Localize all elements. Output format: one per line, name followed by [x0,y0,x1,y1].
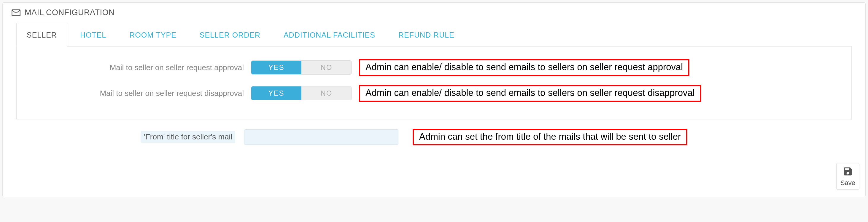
tab-seller[interactable]: SELLER [16,23,67,47]
setting-disapproval-annotation: Admin can enable/ disable to send emails… [359,85,701,102]
setting-approval-controls: YES NO Admin can enable/ disable to send… [251,59,689,76]
panel-heading: MAIL CONFIGURATION [3,3,865,23]
save-icon [842,166,853,177]
tab-additional-facilities[interactable]: ADDITIONAL FACILITIES [273,23,385,47]
setting-disapproval-label: Mail to seller on seller request disappr… [17,89,251,98]
setting-approval-label: Mail to seller on seller request approva… [17,63,251,72]
save-button[interactable]: Save [836,163,859,190]
tabs: SELLER HOTEL ROOM TYPE SELLER ORDER ADDI… [16,23,852,47]
setting-approval-annotation: Admin can enable/ disable to send emails… [359,59,689,76]
setting-disapproval-no[interactable]: NO [301,86,351,100]
panel-body: SELLER HOTEL ROOM TYPE SELLER ORDER ADDI… [3,23,865,145]
save-area: Save [3,163,865,197]
tab-seller-order[interactable]: SELLER ORDER [189,23,271,47]
setting-disapproval-toggle[interactable]: YES NO [251,86,352,100]
setting-approval-yes[interactable]: YES [251,61,301,74]
panel-title: MAIL CONFIGURATION [25,8,115,17]
tab-hotel[interactable]: HOTEL [70,23,117,47]
tab-room-type[interactable]: ROOM TYPE [119,23,187,47]
mail-configuration-panel: MAIL CONFIGURATION SELLER HOTEL ROOM TYP… [2,2,866,197]
mail-icon [11,9,21,16]
setting-approval-no[interactable]: NO [301,61,351,74]
from-title-label: 'From' title for seller's mail [141,131,235,143]
save-label: Save [840,179,855,187]
tab-content: Mail to seller on seller request approva… [16,47,852,120]
setting-disapproval-controls: YES NO Admin can enable/ disable to send… [251,85,701,102]
setting-approval-toggle[interactable]: YES NO [251,61,352,75]
from-title-annotation: Admin can set the from title of the mail… [413,129,687,146]
from-title-input[interactable] [244,130,398,145]
setting-disapproval-row: Mail to seller on seller request disappr… [17,85,851,102]
tab-refund-rule[interactable]: REFUND RULE [388,23,465,47]
setting-approval-row: Mail to seller on seller request approva… [17,59,851,76]
from-title-row: 'From' title for seller's mail Admin can… [16,129,852,146]
setting-disapproval-yes[interactable]: YES [251,86,301,100]
